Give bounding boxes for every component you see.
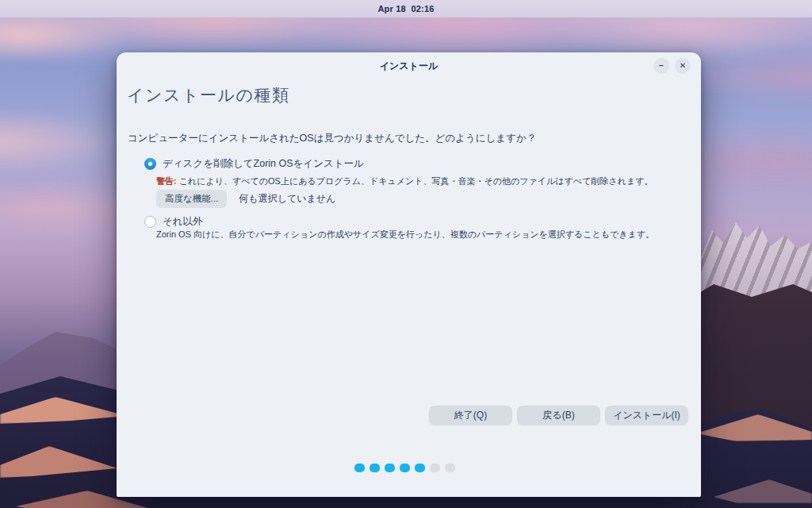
- installer-window: インストール − ✕ インストールの種類 コンピューターにインストールされたOS…: [117, 52, 701, 497]
- progress-dot-6: [430, 464, 440, 472]
- option-something-else-label: それ以外: [163, 215, 203, 229]
- something-else-description: Zorin OS 向けに、自分でパーティションの作成やサイズ変更を行ったり、複数…: [156, 229, 680, 241]
- progress-dot-2: [370, 464, 380, 472]
- warning-prefix: 警告:: [156, 176, 177, 186]
- footer-buttons: 終了(Q) 戻る(B) インストール(I): [429, 406, 688, 425]
- selection-status-text: 何も選択していません: [239, 192, 335, 206]
- warning-body: これにより、すべてのOS上にあるプログラム、ドキュメント、写真・音楽・その他のフ…: [177, 176, 653, 186]
- option-erase-disk-label: ディスクを削除してZorin OSをインストール: [163, 157, 364, 171]
- progress-dot-4: [400, 464, 410, 472]
- minimize-button[interactable]: −: [653, 58, 669, 74]
- window-controls: − ✕: [653, 58, 691, 74]
- minimize-icon: −: [659, 62, 664, 70]
- advanced-features-row: 高度な機能... 何も選択していません: [156, 190, 335, 208]
- page-title: インストールの種類: [127, 84, 289, 106]
- intro-text: コンピューターにインストールされたOSは見つかりませんでした。どのようにしますか…: [128, 132, 536, 145]
- progress-dot-7: [445, 464, 455, 472]
- radio-button-unselected[interactable]: [144, 216, 156, 228]
- progress-dots: [117, 464, 692, 472]
- quit-button[interactable]: 終了(Q): [429, 406, 512, 425]
- close-icon: ✕: [680, 62, 686, 70]
- radio-button-selected[interactable]: [144, 158, 156, 170]
- erase-warning-text: 警告: これにより、すべてのOS上にあるプログラム、ドキュメント、写真・音楽・そ…: [156, 175, 680, 187]
- progress-dot-5: [415, 464, 425, 472]
- window-titlebar[interactable]: インストール − ✕: [117, 52, 701, 79]
- option-erase-disk[interactable]: ディスクを削除してZorin OSをインストール: [144, 157, 364, 171]
- back-button[interactable]: 戻る(B): [517, 406, 600, 425]
- window-title: インストール: [380, 60, 438, 73]
- clock[interactable]: Apr 18 02:16: [377, 4, 434, 13]
- progress-dot-3: [385, 464, 395, 472]
- progress-dot-1: [354, 464, 365, 472]
- advanced-features-button[interactable]: 高度な機能...: [156, 190, 227, 208]
- close-button[interactable]: ✕: [675, 58, 691, 74]
- option-something-else[interactable]: それ以外: [144, 215, 203, 229]
- system-top-bar: Apr 18 02:16: [0, 0, 812, 17]
- install-button[interactable]: インストール(I): [605, 406, 688, 425]
